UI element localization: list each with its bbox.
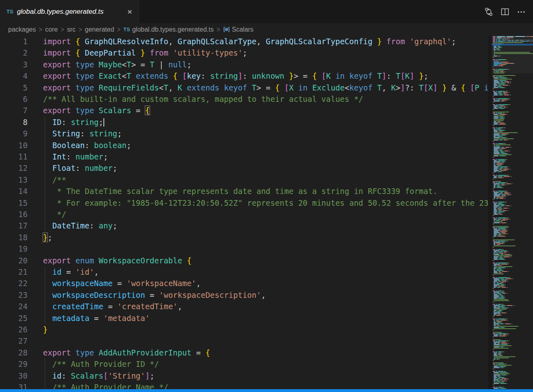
- token: ;: [117, 129, 122, 138]
- code-line[interactable]: 8 ID: string;: [0, 116, 488, 128]
- tab-global-db-types-generated-ts[interactable]: TS global.db.types.generated.ts ×: [0, 0, 139, 23]
- token: :: [387, 71, 396, 80]
- code-line[interactable]: 29 /** Auth Provider ID */: [0, 358, 488, 370]
- code-text: export type Maybe<T> = T | null;: [43, 59, 191, 70]
- breadcrumb-item-src[interactable]: src: [67, 26, 75, 33]
- token: export: [43, 106, 75, 115]
- token: ;: [113, 221, 117, 230]
- more-actions-button[interactable]: [515, 6, 527, 18]
- code-line[interactable]: 20export enum WorkspaceOrderable {: [0, 255, 488, 266]
- token: in: [294, 83, 312, 92]
- code-line[interactable]: 4export type Exact<T extends { [key: str…: [0, 70, 488, 82]
- token: string: [210, 71, 238, 80]
- code-line[interactable]: 31 /** Auth Provider Name */: [0, 381, 488, 389]
- token: export: [43, 348, 75, 357]
- code-line[interactable]: 7export type Scalars = {: [0, 105, 488, 116]
- code-text: export enum WorkspaceOrderable {: [43, 255, 191, 266]
- code-line[interactable]: 6/** All built-in and custom scalars, ma…: [0, 93, 488, 105]
- breadcrumb-item-scalars[interactable]: Scalars: [223, 26, 254, 33]
- code-text: /** Auth Provider Name */: [43, 381, 168, 389]
- token: ,: [256, 37, 266, 46]
- code-text: */: [43, 209, 66, 220]
- code-line[interactable]: 5export type RequireFields<T, K extends …: [0, 82, 488, 93]
- token: T: [127, 71, 131, 80]
- close-icon[interactable]: ×: [125, 7, 135, 17]
- token: =: [62, 267, 75, 276]
- code-text: export type Scalars = {: [43, 105, 150, 116]
- minimap[interactable]: [492, 36, 533, 389]
- code-line[interactable]: 23 workspaceDescription = 'workspaceDesc…: [0, 289, 488, 301]
- breadcrumb-label: global.db.types.generated.ts: [132, 26, 214, 33]
- token: > =: [256, 83, 275, 92]
- code-line[interactable]: 26}: [0, 324, 488, 335]
- code-line[interactable]: 30 id: Scalars['String'];: [0, 370, 488, 381]
- token: :: [62, 118, 71, 127]
- code-line[interactable]: 24 createdTime = 'createdTime',: [0, 301, 488, 312]
- code-line[interactable]: 11 Int: number;: [0, 151, 488, 162]
- token: */: [52, 210, 66, 219]
- token: K: [178, 83, 182, 92]
- token: extends: [131, 71, 173, 80]
- token: }: [43, 233, 47, 242]
- token: number: [85, 164, 113, 172]
- line-number: 2: [0, 47, 28, 58]
- code-line[interactable]: 12 Float: number;: [0, 162, 488, 174]
- token: import: [43, 37, 75, 46]
- line-number: 9: [0, 128, 28, 139]
- token: >: [396, 83, 400, 92]
- token: type: [75, 348, 99, 357]
- token: K: [391, 83, 395, 92]
- token: &: [447, 83, 461, 92]
- breadcrumb-item-core[interactable]: core: [45, 26, 58, 33]
- line-number: 18: [0, 232, 28, 243]
- split-editor-button[interactable]: [499, 6, 511, 18]
- token: {: [187, 256, 191, 265]
- code-line[interactable]: 1import { GraphQLResolveInfo, GraphQLSca…: [0, 36, 488, 47]
- code-line[interactable]: 28export type AddAuthProviderInput = {: [0, 347, 488, 358]
- token: [405, 37, 409, 46]
- token: Scalars: [71, 371, 103, 380]
- code-text: /** All built-in and custom scalars, map…: [43, 93, 363, 105]
- token: ,: [94, 267, 99, 276]
- token: {: [275, 83, 279, 92]
- code-line[interactable]: 18};: [0, 232, 488, 243]
- token: GraphQLScalarTypeConfig: [266, 37, 372, 46]
- line-number: 27: [0, 335, 28, 347]
- token: [284, 71, 289, 80]
- code-line[interactable]: 17 DateTime: any;: [0, 220, 488, 231]
- code-line[interactable]: 13 /**: [0, 174, 488, 185]
- line-number: 30: [0, 370, 28, 381]
- code-line[interactable]: 19: [0, 243, 488, 254]
- code-text: metadata = 'metadata': [43, 312, 150, 324]
- code-line[interactable]: 2import { DeepPartial } from 'utility-ty…: [0, 47, 488, 58]
- breadcrumb-item-global-db-types-generated-ts[interactable]: TSglobal.db.types.generated.ts: [123, 26, 214, 33]
- open-changes-button[interactable]: [483, 6, 495, 18]
- token: {: [312, 71, 317, 80]
- code-text: export type RequireFields<T, K extends k…: [43, 82, 488, 93]
- breadcrumb-item-generated[interactable]: generated: [85, 26, 114, 33]
- minimap-canvas[interactable]: [492, 36, 533, 389]
- code-text: String: string;: [43, 128, 122, 139]
- code-line[interactable]: 10 Boolean: boolean;: [0, 140, 488, 151]
- chevron-right-icon: >: [78, 25, 82, 34]
- code-line[interactable]: 14 * The DateTime scalar type represents…: [0, 185, 488, 197]
- line-number: 28: [0, 347, 28, 358]
- breadcrumb-item-packages[interactable]: packages: [8, 26, 36, 33]
- code-line[interactable]: 3export type Maybe<T> = T | null;: [0, 59, 488, 70]
- token: ,: [168, 83, 178, 92]
- code-line[interactable]: 9 String: string;: [0, 128, 488, 139]
- typescript-file-icon: TS: [6, 9, 13, 15]
- code-line[interactable]: 15 * For example: "1985-04-12T23:20:50.5…: [0, 197, 488, 209]
- line-number: 13: [0, 174, 28, 185]
- token: T: [377, 83, 382, 92]
- code-text: import { DeepPartial } from 'utility-typ…: [43, 47, 247, 58]
- code-line[interactable]: 21 id = 'id',: [0, 266, 488, 278]
- token: ]: [433, 83, 437, 92]
- code-line[interactable]: 22 workspaceName = 'workspaceName',: [0, 278, 488, 289]
- code-line[interactable]: 16 */: [0, 209, 488, 220]
- code-line[interactable]: 25 metadata = 'metadata': [0, 312, 488, 324]
- token: =: [191, 348, 205, 357]
- code-line[interactable]: 27: [0, 335, 488, 347]
- token: 'workspaceDescription': [159, 291, 261, 299]
- code-text: ID: string;: [43, 116, 104, 128]
